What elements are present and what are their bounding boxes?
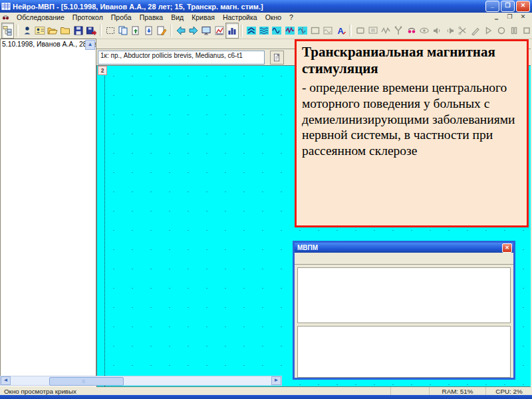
open-exam-button[interactable] <box>46 23 59 39</box>
speaker-l-icon <box>432 25 442 36</box>
menu-item-вид[interactable]: Вид <box>167 13 188 21</box>
next-test-button[interactable] <box>187 23 200 39</box>
horizontal-scrollbar[interactable]: ◄ ► <box>0 376 282 386</box>
disk-export-icon <box>86 25 96 36</box>
archive-button[interactable] <box>59 23 72 39</box>
start-button <box>482 23 495 39</box>
gray-rect-icon <box>310 25 321 36</box>
gray-wave2-icon <box>380 25 391 36</box>
collapse-curves-button[interactable] <box>245 23 257 39</box>
chart-bars-icon <box>227 25 237 36</box>
app-icon <box>1 2 11 11</box>
minimize-button[interactable]: _ <box>485 1 499 12</box>
patient-label: 5.10.1998, Иванов А.А., 28 лет <box>1 41 96 48</box>
person-card-icon <box>35 25 45 36</box>
menu-item-обследование[interactable]: Обследование <box>13 13 68 21</box>
histogram-view-button[interactable] <box>225 23 238 39</box>
menu-bar: ОбследованиеПротоколПробаПравкаВидКривая… <box>0 13 532 23</box>
monitor-icon <box>201 25 211 36</box>
pen-icon <box>470 25 481 36</box>
monitor-view-button[interactable] <box>200 23 213 39</box>
prev-test-button[interactable] <box>174 23 187 39</box>
speaker-r-icon <box>445 25 456 36</box>
split-curve-button[interactable] <box>296 23 309 39</box>
epoch-button <box>354 23 366 39</box>
window-title: Нейро-МВП - [5.10.1998, Иванов А.А., 28 … <box>13 3 263 11</box>
child-restore-button[interactable]: ❐ <box>504 13 515 22</box>
stimulator-button[interactable] <box>405 23 418 39</box>
toolbar-separator <box>349 25 352 37</box>
play-icon <box>483 25 493 36</box>
stim-wave-button <box>379 23 392 39</box>
analysis-view-button[interactable] <box>213 23 225 39</box>
restore-button[interactable]: ❐ <box>501 1 515 12</box>
curve-comment-button[interactable] <box>270 51 284 65</box>
title-bar: Нейро-МВП - [5.10.1998, Иванов А.А., 28 … <box>0 0 532 13</box>
average-curve-button[interactable] <box>283 23 296 39</box>
scroll-right-arrow[interactable]: ► <box>271 376 281 385</box>
menu-item-настройка[interactable]: Настройка <box>219 13 261 21</box>
stim-screen-button <box>366 23 379 39</box>
copy-icon <box>118 25 128 36</box>
dialog-title-bar[interactable]: МВПМ ✕ <box>295 243 513 253</box>
status-spacer <box>391 387 430 395</box>
zoom-vertical-button <box>322 23 334 39</box>
page-down-icon <box>144 25 154 36</box>
document-icon <box>273 53 281 62</box>
electrode-button <box>392 23 405 39</box>
record-button <box>495 23 507 39</box>
stop-icon <box>521 25 532 36</box>
toolbar-separator <box>241 25 243 37</box>
select-region-button[interactable] <box>104 23 116 39</box>
stim-red-icon <box>406 25 417 36</box>
menu-item-протокол[interactable]: Протокол <box>68 13 107 21</box>
status-message: Окно просмотра кривых <box>0 387 391 395</box>
stack-curves-button[interactable] <box>257 23 270 39</box>
menu-item-окно[interactable]: Окно <box>261 13 285 21</box>
dialog-title: МВПМ <box>297 244 318 251</box>
y-fork-icon <box>393 25 404 36</box>
folder-icon <box>60 25 70 36</box>
results-table-panel <box>297 267 511 323</box>
copy-button[interactable] <box>116 23 129 39</box>
selection-icon <box>105 25 116 36</box>
single-curve-button[interactable] <box>271 23 283 39</box>
channel-selector[interactable]: 1к: пр., Abductor pollicis brevis, Media… <box>98 51 265 65</box>
dialog-close-button[interactable]: ✕ <box>502 243 512 253</box>
gray-screen-icon <box>368 25 378 36</box>
eye-icon <box>419 25 430 36</box>
toolbar-separator <box>16 25 19 37</box>
page-edit-icon <box>156 25 167 36</box>
close-button[interactable]: ✕ <box>516 1 530 12</box>
scrollbar-thumb[interactable] <box>49 377 124 386</box>
patient-card-button[interactable] <box>33 23 46 39</box>
gray-wave-icon <box>323 25 333 36</box>
tree-scroll-up-button[interactable]: ▲ <box>85 40 95 50</box>
draw-curve-button <box>469 23 481 39</box>
child-minimize-button[interactable]: ‗ <box>491 13 502 22</box>
export-button[interactable] <box>84 23 97 39</box>
channel-2-badge[interactable]: 2 <box>98 66 107 75</box>
edit-protocol-button[interactable] <box>155 23 168 39</box>
menu-item-help[interactable]: ? <box>285 13 297 21</box>
paste-prev-button[interactable] <box>130 23 142 39</box>
toolbar: A <box>0 22 532 39</box>
tree-patient-node[interactable]: 5.10.1998, Иванов А.А., 28 лет <box>1 39 96 49</box>
stop-button <box>521 23 532 39</box>
info-title: Транскраниальная магнитная стимуляция <box>302 44 521 77</box>
zoom-horizontal-button <box>309 23 322 39</box>
save-button[interactable] <box>72 23 84 39</box>
menu-items: ОбследованиеПротоколПробаПравкаВидКривая… <box>13 13 297 21</box>
arrow-right-icon <box>188 25 199 36</box>
menu-item-проба[interactable]: Проба <box>107 13 136 21</box>
text-labels-button[interactable]: A <box>334 23 347 39</box>
toggle-tree-button[interactable] <box>1 23 14 39</box>
find-patient-button[interactable] <box>21 23 33 39</box>
gray-rect2-icon <box>355 25 366 36</box>
menu-item-правка[interactable]: Правка <box>136 13 167 21</box>
tree-icon <box>3 25 13 36</box>
menu-item-кривая[interactable]: Кривая <box>188 13 219 21</box>
scroll-left-arrow[interactable]: ◄ <box>1 376 11 385</box>
paste-next-button[interactable] <box>142 23 155 39</box>
child-close-button[interactable]: ✕ <box>517 13 529 22</box>
